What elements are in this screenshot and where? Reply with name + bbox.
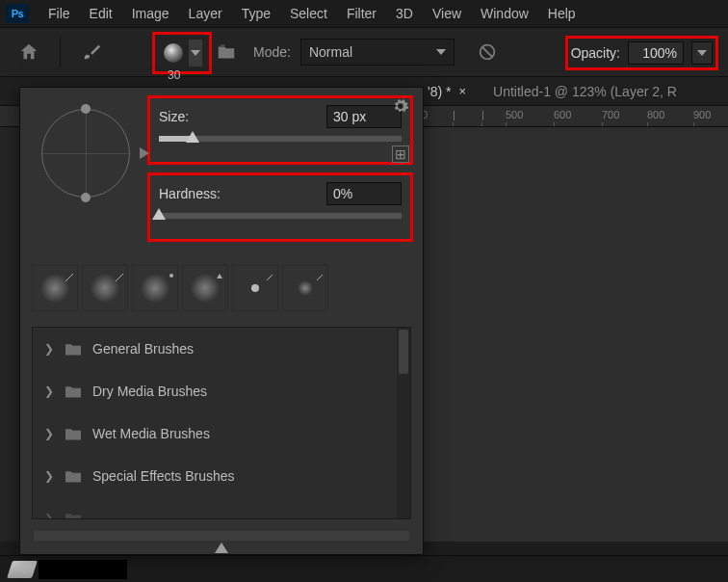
brush-preset[interactable] — [282, 265, 328, 311]
folder-icon — [64, 468, 83, 484]
ruler-tick: 700 — [602, 109, 619, 120]
folder-icon — [64, 511, 83, 519]
app-logo: Ps — [6, 4, 29, 23]
brush-preset[interactable] — [232, 265, 278, 311]
highlight-opacity: Opacity: 100% — [565, 36, 718, 70]
scrollbar-thumb[interactable] — [399, 330, 408, 374]
brush-folder[interactable]: ❯ — [33, 497, 410, 519]
opacity-dropdown[interactable] — [691, 41, 713, 65]
brush-preset[interactable] — [32, 265, 78, 311]
folder-icon — [64, 384, 83, 399]
scrollbar[interactable] — [397, 328, 410, 518]
menu-edit[interactable]: Edit — [80, 2, 122, 25]
brush-preset-panel: Size: 30 px Hardness: 0% — [19, 87, 424, 555]
home-button[interactable] — [12, 35, 46, 69]
ruler-tick: | — [481, 109, 484, 120]
opacity-label: Opacity: — [571, 45, 620, 61]
size-label: Size: — [159, 109, 189, 124]
document-tab[interactable]: '8) * × — [414, 77, 480, 105]
document-tab[interactable]: Untitled-1 @ 123% (Layer 2, R — [480, 77, 690, 105]
svg-point-1 — [169, 274, 173, 278]
brush-preset[interactable] — [182, 265, 228, 311]
blend-mode-select[interactable]: Normal — [300, 39, 455, 66]
menu-image[interactable]: Image — [122, 2, 179, 25]
menu-select[interactable]: Select — [280, 2, 337, 25]
brush-preset-strip — [20, 257, 423, 321]
tab-title: '8) * — [428, 84, 451, 99]
ruler-tick: 900 — [693, 109, 711, 120]
menu-view[interactable]: View — [423, 2, 471, 25]
options-bar: 30 Mode: Normal Opacity: 100% — [0, 27, 728, 77]
brush-tool-icon[interactable] — [74, 35, 109, 69]
ruler-tick: 800 — [647, 109, 664, 120]
arrow-right-icon — [140, 147, 149, 159]
mode-label: Mode: — [253, 44, 291, 60]
close-icon[interactable]: × — [458, 84, 466, 98]
size-slider[interactable] — [159, 136, 402, 142]
highlight-hardness-slider: Hardness: 0% — [147, 172, 413, 242]
brush-folder[interactable]: ❯ Wet Media Brushes — [33, 412, 410, 455]
separator — [60, 37, 61, 67]
folder-label: Special Effects Brushes — [92, 468, 235, 484]
menu-bar: Ps File Edit Image Layer Type Select Fil… — [0, 0, 728, 27]
chevron-right-icon: ❯ — [44, 342, 54, 356]
menu-layer[interactable]: Layer — [179, 2, 232, 25]
chevron-down-icon[interactable] — [189, 40, 202, 66]
hardness-label: Hardness: — [159, 186, 221, 201]
menu-file[interactable]: File — [39, 2, 80, 25]
tab-title: Untitled-1 @ 123% (Layer 2, R — [493, 84, 677, 99]
size-input[interactable]: 30 px — [326, 105, 402, 128]
brush-folder[interactable]: ❯ Special Effects Brushes — [33, 455, 410, 497]
panel-resize-bar[interactable] — [34, 531, 409, 541]
folder-icon — [64, 341, 83, 357]
brush-preset-dropdown[interactable]: 30 — [158, 38, 206, 68]
folder-label: General Brushes — [92, 341, 194, 357]
brush-preset[interactable] — [82, 265, 128, 311]
gear-icon[interactable] — [392, 97, 409, 115]
brush-angle-widget[interactable] — [32, 99, 140, 207]
menu-window[interactable]: Window — [471, 2, 538, 25]
brush-folder-list: ❯ General Brushes ❯ Dry Media Brushes ❯ … — [32, 327, 411, 519]
pressure-opacity-button[interactable] — [470, 35, 505, 69]
menu-filter[interactable]: Filter — [337, 2, 386, 25]
eraser-icon[interactable] — [7, 561, 38, 578]
blend-mode-value: Normal — [309, 44, 352, 60]
brush-preview-icon — [164, 43, 183, 63]
highlight-size-slider: Size: 30 px — [147, 95, 413, 165]
menu-3d[interactable]: 3D — [386, 2, 423, 25]
footer-bar — [0, 555, 728, 582]
color-swatch[interactable] — [39, 560, 127, 579]
folder-label: Wet Media Brushes — [92, 426, 210, 441]
create-preset-button[interactable]: ⊞ — [392, 146, 409, 163]
chevron-right-icon: ❯ — [44, 384, 54, 398]
brush-preset[interactable] — [132, 265, 178, 311]
brush-folder[interactable]: ❯ Dry Media Brushes — [33, 370, 410, 412]
folder-label: Dry Media Brushes — [92, 384, 207, 399]
folder-icon — [64, 426, 83, 441]
opacity-input[interactable]: 100% — [628, 41, 684, 65]
brush-folder[interactable]: ❯ General Brushes — [33, 328, 410, 370]
ruler-tick: 600 — [554, 109, 571, 120]
chevron-right-icon: ❯ — [44, 512, 54, 519]
chevron-down-icon — [436, 49, 446, 55]
brush-size-readout: 30 — [168, 68, 180, 82]
chevron-right-icon: ❯ — [44, 469, 54, 483]
highlight-brush-preset: 30 — [152, 32, 212, 74]
menu-help[interactable]: Help — [538, 2, 585, 25]
hardness-input[interactable]: 0% — [326, 182, 402, 205]
ruler-tick: | — [453, 109, 455, 120]
chevron-right-icon: ❯ — [44, 427, 54, 440]
ruler-tick: 500 — [506, 109, 523, 120]
menu-type[interactable]: Type — [232, 2, 280, 25]
brush-settings-button[interactable] — [209, 35, 244, 69]
hardness-slider[interactable] — [159, 213, 402, 219]
